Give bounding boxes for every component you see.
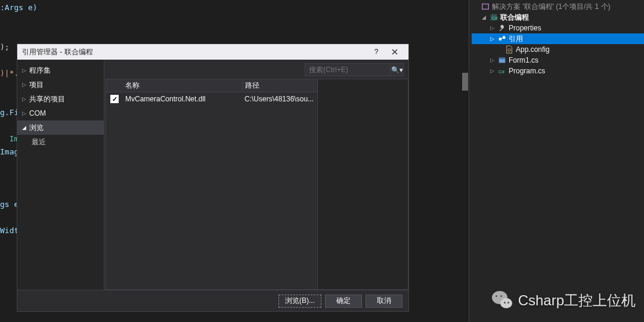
dialog-main: 🔍▾ 名称 路径 ✓ MvCame xyxy=(104,60,408,290)
tree-label: Properties xyxy=(509,24,541,32)
watermark: Csharp工控上位机 xyxy=(492,290,636,311)
dialog-title: 引用管理器 - 联合编程 xyxy=(22,47,93,57)
svg-text:C#: C# xyxy=(492,16,499,21)
reference-list-area: 名称 路径 ✓ MvCameraControl.Net.dll C:\Users… xyxy=(104,79,408,290)
watermark-text: Csharp工控上位机 xyxy=(518,291,636,310)
svg-rect-0 xyxy=(482,4,489,10)
sidebar-item-label: 项目 xyxy=(29,80,44,90)
tree-label: Program.cs xyxy=(509,67,545,75)
svg-point-5 xyxy=(508,49,510,51)
svg-rect-7 xyxy=(499,58,506,60)
solution-tree: 解决方案 '联合编程' (1个项目/共 1 个) C# 联合编程 Propert… xyxy=(469,0,644,76)
close-button[interactable] xyxy=(385,45,405,58)
row-path: C:\Users\48136\sou... xyxy=(242,95,317,103)
tree-program-node[interactable]: C# Program.cs xyxy=(472,66,644,76)
sidebar-item-browse[interactable]: ◢ 浏览 xyxy=(17,120,104,135)
reference-list: 名称 路径 ✓ MvCameraControl.Net.dll C:\Users… xyxy=(106,79,318,290)
wechat-icon xyxy=(492,290,513,311)
tree-appconfig-node[interactable]: App.config xyxy=(472,44,644,55)
tree-properties-node[interactable]: Properties xyxy=(472,23,644,33)
tree-form1-node[interactable]: Form1.cs xyxy=(472,55,644,66)
tree-label: App.config xyxy=(516,45,550,54)
expand-icon[interactable] xyxy=(480,14,487,20)
column-path[interactable]: 路径 xyxy=(242,80,317,91)
chevron-down-icon: ◢ xyxy=(22,125,29,131)
list-row[interactable]: ✓ MvCameraControl.Net.dll C:\Users\48136… xyxy=(106,92,317,106)
csharp-project-icon: C# xyxy=(489,13,499,21)
tree-label: 联合编程 xyxy=(500,13,529,23)
search-button[interactable]: 🔍▾ xyxy=(391,63,404,76)
expand-icon[interactable] xyxy=(488,25,496,31)
sidebar-item-projects[interactable]: ▷ 项目 xyxy=(17,78,104,92)
sidebar-item-label: 共享的项目 xyxy=(29,94,65,104)
close-icon xyxy=(392,49,398,55)
row-name: MvCameraControl.Net.dll xyxy=(123,95,242,103)
expand-icon[interactable] xyxy=(488,36,496,42)
tree-references-node[interactable]: 引用 xyxy=(472,33,644,44)
dialog-sidebar: ▷ 程序集 ▷ 项目 ▷ 共享的项目 ▷ COM ◢ 浏览 最近 xyxy=(17,60,104,290)
checkbox-checked[interactable]: ✓ xyxy=(110,95,119,103)
reference-manager-dialog: 引用管理器 - 联合编程 ? ▷ 程序集 ▷ 项目 ▷ 共享的项目 ▷ COM xyxy=(17,44,409,312)
solution-icon xyxy=(481,2,490,11)
dialog-body: ▷ 程序集 ▷ 项目 ▷ 共享的项目 ▷ COM ◢ 浏览 最近 xyxy=(17,60,408,290)
search-row: 🔍▾ xyxy=(104,60,408,79)
tree-label: 解决方案 '联合编程' (1个项目/共 1 个) xyxy=(492,2,611,12)
browse-button[interactable]: 浏览(B)... xyxy=(278,295,321,308)
dialog-footer: 浏览(B)... 确定 取消 xyxy=(17,290,408,311)
expand-icon[interactable] xyxy=(488,57,496,63)
tree-solution-node[interactable]: 解决方案 '联合编程' (1个项目/共 1 个) xyxy=(472,1,644,12)
sidebar-subitem-recent[interactable]: 最近 xyxy=(17,135,104,149)
config-file-icon xyxy=(504,45,514,54)
search-input[interactable] xyxy=(305,63,391,76)
column-name[interactable]: 名称 xyxy=(123,80,242,91)
svg-text:C#: C# xyxy=(499,69,505,75)
svg-rect-4 xyxy=(503,36,505,39)
ok-button[interactable]: 确定 xyxy=(325,295,362,308)
sidebar-item-assemblies[interactable]: ▷ 程序集 xyxy=(17,63,104,78)
chevron-right-icon: ▷ xyxy=(22,67,29,73)
sidebar-item-label: 程序集 xyxy=(29,66,51,76)
solution-explorer: 解决方案 '联合编程' (1个项目/共 1 个) C# 联合编程 Propert… xyxy=(469,0,644,322)
chevron-right-icon: ▷ xyxy=(22,110,29,116)
svg-rect-3 xyxy=(499,38,501,40)
tree-label: 引用 xyxy=(509,34,523,44)
row-checkbox-cell: ✓ xyxy=(106,95,123,103)
detail-panel xyxy=(318,79,408,290)
search-icon: 🔍▾ xyxy=(391,66,403,74)
dialog-left-panel: 🔍▾ 名称 路径 ✓ MvCame xyxy=(104,60,408,290)
scrollbar-thumb[interactable] xyxy=(462,73,468,91)
sidebar-item-com[interactable]: ▷ COM xyxy=(17,106,104,120)
tree-label: Form1.cs xyxy=(509,56,538,64)
chevron-right-icon: ▷ xyxy=(22,82,29,88)
form-icon xyxy=(497,56,507,64)
list-header: 名称 路径 xyxy=(106,79,317,92)
wrench-icon xyxy=(497,24,507,32)
csharp-file-icon: C# xyxy=(497,67,507,75)
sidebar-item-shared-projects[interactable]: ▷ 共享的项目 xyxy=(17,92,104,106)
sidebar-subitem-label: 最近 xyxy=(32,137,46,147)
tree-project-node[interactable]: C# 联合编程 xyxy=(472,12,644,23)
expand-icon[interactable] xyxy=(488,68,496,74)
references-icon xyxy=(497,35,507,43)
cancel-button[interactable]: 取消 xyxy=(366,295,402,308)
sidebar-item-label: 浏览 xyxy=(29,123,44,133)
dialog-titlebar[interactable]: 引用管理器 - 联合编程 ? xyxy=(17,44,408,60)
help-button[interactable]: ? xyxy=(368,45,385,58)
chevron-right-icon: ▷ xyxy=(22,96,29,102)
sidebar-item-label: COM xyxy=(29,109,46,117)
